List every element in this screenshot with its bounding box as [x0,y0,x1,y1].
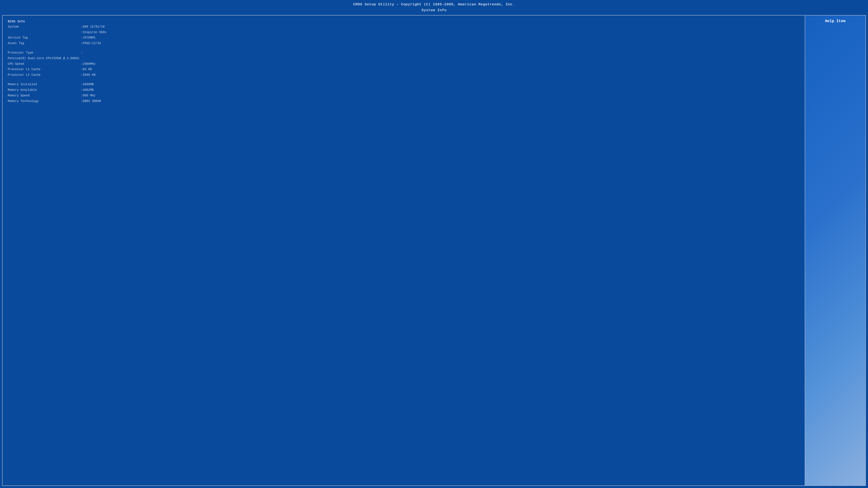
bios-info-header: BIOS Info [8,20,800,23]
memory-installed-label: Memory Installed [8,82,81,87]
processor-type-row: Processor Type : [8,51,800,55]
l2-cache-row: Processor L2 Cache :2048 KB [8,73,800,77]
memory-speed-value: :800 MHz [81,93,96,98]
cpu-speed-row: CPU Speed :2800MHz [8,62,800,66]
l1-cache-row: Processor L1 Cache :64 KB [8,67,800,72]
memory-technology-value: :DDR3 SDRAM [81,99,101,104]
l1-cache-label: Processor L1 Cache [8,67,81,72]
help-panel: Help Item [805,15,865,485]
service-tag-row: Service Tag :J678NM1 [8,35,800,40]
processor-full-value: E5500 @ 2.80GHz [52,56,80,61]
memory-installed-row: Memory Installed :4096MB [8,82,800,87]
l2-cache-value: :2048 KB [81,73,96,77]
processor-type-value: : [81,51,83,55]
help-title: Help Item [809,19,861,23]
content-area: BIOS Info System :A06 12/01/10 :Inspiron… [2,15,866,486]
memory-available-label: Memory Available [8,88,81,93]
inspiron-value: :Inspiron 560s [81,30,106,35]
asset-tag-label: Asset Tag [8,41,81,46]
sub-title: System Info [4,7,864,13]
processor-section: Processor Type : Pentium(R) Dual-Core CP… [8,51,800,78]
title-bar: CMOS Setup Utility - Copyright (C) 1985-… [0,0,868,14]
main-title: CMOS Setup Utility - Copyright (C) 1985-… [4,2,864,7]
l1-cache-value: :64 KB [81,67,92,72]
memory-available-value: :4062MB [81,88,94,93]
service-tag-value: :J678NM1 [81,35,96,40]
bios-info-section: BIOS Info System :A06 12/01/10 :Inspiron… [8,19,800,47]
system-label: System [8,25,81,29]
memory-speed-row: Memory Speed :800 MHz [8,93,800,98]
cpu-speed-value: :2800MHz [81,62,96,66]
service-tag-label: Service Tag [8,35,81,40]
memory-technology-label: Memory Technology [8,99,81,104]
memory-section: Memory Installed :4096MB Memory Availabl… [8,82,800,104]
memory-speed-label: Memory Speed [8,93,81,98]
asset-tag-row: Asset Tag :PASS:12/34 [8,41,800,46]
processor-full-row: Pentium(R) Dual-Core CPU E5500 @ 2.80GHz [8,56,800,61]
memory-available-row: Memory Available :4062MB [8,88,800,93]
system-row: System :A06 12/01/10 [8,25,800,29]
memory-technology-row: Memory Technology :DDR3 SDRAM [8,99,800,104]
cpu-speed-label: CPU Speed [8,62,81,66]
asset-tag-value: :PASS:12/34 [81,41,101,46]
processor-type-label: Processor Type [8,51,81,55]
memory-installed-value: :4096MB [81,82,94,87]
system-value: :A06 12/01/10 [81,25,104,29]
bios-screen: CMOS Setup Utility - Copyright (C) 1985-… [0,0,868,488]
inspiron-row: :Inspiron 560s [8,30,800,35]
l2-cache-label: Processor L2 Cache [8,73,81,77]
processor-full-label: Pentium(R) Dual-Core CPU [8,56,52,61]
main-panel: BIOS Info System :A06 12/01/10 :Inspiron… [3,15,805,485]
